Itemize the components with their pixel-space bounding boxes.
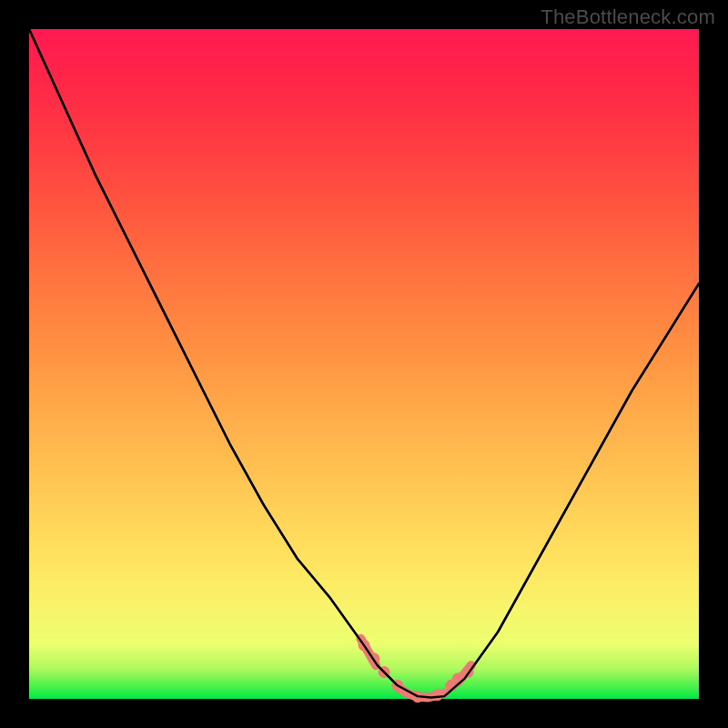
svg-point-5 <box>432 690 443 701</box>
bottleneck-curve <box>29 29 699 699</box>
accent-markers <box>359 639 473 703</box>
chart-frame: TheBottleneck.com <box>0 0 728 728</box>
watermark-text: TheBottleneck.com <box>541 5 715 29</box>
curve-line <box>29 29 699 698</box>
plot-area <box>29 29 699 699</box>
